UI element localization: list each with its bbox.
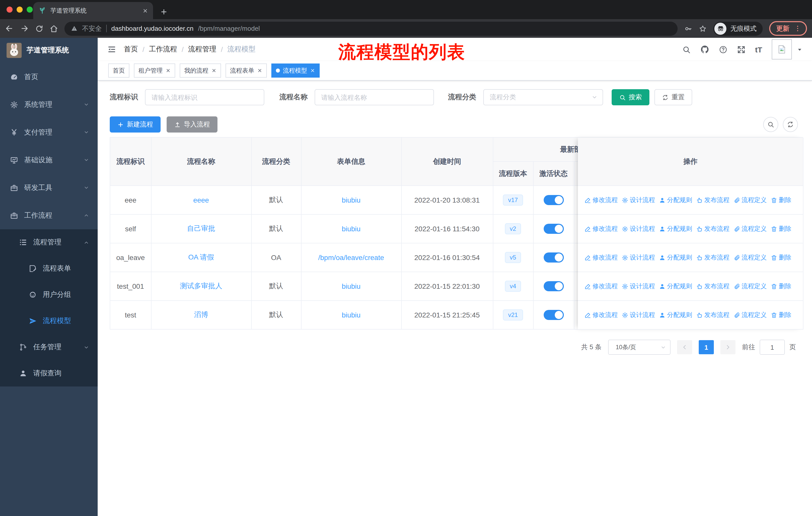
cell-form-info-link[interactable]: biubiu bbox=[342, 282, 361, 290]
action-definition-link[interactable]: 流程定义 bbox=[733, 311, 767, 319]
bookmark-star-icon[interactable] bbox=[699, 24, 707, 32]
activation-toggle[interactable] bbox=[544, 252, 563, 263]
create-process-button[interactable]: 新建流程 bbox=[110, 116, 161, 133]
sidebar-fold-icon[interactable] bbox=[107, 45, 116, 54]
reload-button[interactable] bbox=[35, 24, 43, 32]
category-select[interactable]: 流程分类 bbox=[483, 89, 603, 105]
password-key-icon[interactable] bbox=[684, 24, 692, 32]
sidebar-item[interactable]: 用户分组 bbox=[0, 282, 98, 308]
browser-menu-icon[interactable] bbox=[794, 25, 802, 32]
action-edit-link[interactable]: 修改流程 bbox=[584, 253, 618, 262]
cell-process-name-link[interactable]: eeee bbox=[193, 196, 209, 204]
process-name-input[interactable] bbox=[315, 89, 434, 105]
show-search-button[interactable] bbox=[763, 117, 778, 132]
refresh-table-button[interactable] bbox=[783, 117, 798, 132]
tag-active[interactable]: 流程模型 bbox=[271, 63, 320, 78]
cell-form-info-link[interactable]: biubiu bbox=[342, 196, 361, 204]
page-number-button[interactable]: 1 bbox=[699, 340, 714, 354]
process-id-input[interactable] bbox=[145, 89, 264, 105]
action-delete-link[interactable]: 删除 bbox=[771, 253, 791, 262]
font-size-icon[interactable]: tT bbox=[755, 45, 762, 54]
action-design-link[interactable]: 设计流程 bbox=[622, 253, 655, 262]
action-delete-link[interactable]: 删除 bbox=[771, 224, 791, 233]
sidebar-item[interactable]: 基础设施 bbox=[0, 146, 98, 174]
action-publish-link[interactable]: 发布流程 bbox=[696, 196, 729, 204]
minimize-window-button[interactable] bbox=[17, 6, 23, 12]
forward-button[interactable] bbox=[20, 24, 29, 33]
sidebar-item[interactable]: 任务管理 bbox=[0, 334, 98, 360]
sidebar-item[interactable]: 工作流程 bbox=[0, 201, 98, 229]
action-publish-link[interactable]: 发布流程 bbox=[696, 311, 729, 319]
search-button[interactable]: 搜索 bbox=[612, 89, 649, 105]
action-delete-link[interactable]: 删除 bbox=[771, 196, 791, 204]
action-definition-link[interactable]: 流程定义 bbox=[733, 282, 767, 291]
action-assign-link[interactable]: 分配规则 bbox=[659, 253, 692, 262]
sidebar-logo[interactable]: 芋道管理系统 bbox=[0, 38, 98, 63]
sidebar-item[interactable]: 系统管理 bbox=[0, 91, 98, 118]
action-delete-link[interactable]: 删除 bbox=[771, 311, 791, 319]
action-publish-link[interactable]: 发布流程 bbox=[696, 224, 729, 233]
action-edit-link[interactable]: 修改流程 bbox=[584, 224, 618, 233]
close-icon[interactable] bbox=[310, 68, 315, 73]
search-icon[interactable] bbox=[682, 45, 691, 54]
update-button[interactable]: 更新 bbox=[769, 21, 807, 36]
tab-close-icon[interactable] bbox=[142, 8, 148, 13]
close-window-button[interactable] bbox=[6, 6, 12, 12]
action-assign-link[interactable]: 分配规则 bbox=[659, 224, 692, 233]
back-button[interactable] bbox=[5, 24, 13, 33]
home-button[interactable] bbox=[50, 24, 58, 32]
url-bar[interactable]: 不安全 dashboard.yudao.iocoder.cn /bpm/mana… bbox=[64, 21, 677, 35]
action-edit-link[interactable]: 修改流程 bbox=[584, 311, 618, 319]
cell-form-info-link[interactable]: /bpm/oa/leave/create bbox=[318, 253, 384, 262]
action-definition-link[interactable]: 流程定义 bbox=[733, 196, 767, 204]
avatar-caret-icon[interactable] bbox=[797, 47, 803, 52]
action-assign-link[interactable]: 分配规则 bbox=[659, 311, 692, 319]
action-edit-link[interactable]: 修改流程 bbox=[584, 282, 618, 291]
sidebar-item[interactable]: 请假查询 bbox=[0, 360, 98, 386]
import-process-button[interactable]: 导入流程 bbox=[167, 116, 218, 133]
tag-item[interactable]: 首页 bbox=[108, 63, 129, 78]
github-icon[interactable] bbox=[700, 45, 709, 54]
page-size-select[interactable]: 10条/页 bbox=[608, 340, 671, 355]
breadcrumb-item[interactable]: 首页 bbox=[124, 45, 138, 54]
cell-form-info-link[interactable]: biubiu bbox=[342, 225, 361, 233]
activation-toggle[interactable] bbox=[544, 195, 563, 205]
new-tab-button[interactable] bbox=[160, 8, 168, 16]
action-design-link[interactable]: 设计流程 bbox=[622, 282, 655, 291]
security-warning-icon[interactable] bbox=[71, 25, 78, 32]
action-edit-link[interactable]: 修改流程 bbox=[584, 196, 618, 204]
action-publish-link[interactable]: 发布流程 bbox=[696, 282, 729, 291]
avatar[interactable] bbox=[772, 39, 792, 59]
action-assign-link[interactable]: 分配规则 bbox=[659, 196, 692, 204]
action-definition-link[interactable]: 流程定义 bbox=[733, 253, 767, 262]
cell-process-name-link[interactable]: 滔博 bbox=[194, 310, 208, 319]
close-icon[interactable] bbox=[257, 68, 262, 73]
close-icon[interactable] bbox=[166, 68, 171, 73]
action-definition-link[interactable]: 流程定义 bbox=[733, 224, 767, 233]
breadcrumb-item[interactable]: 工作流程 bbox=[149, 45, 177, 54]
cell-process-name-link[interactable]: 测试多审批人 bbox=[180, 282, 222, 290]
activation-toggle[interactable] bbox=[544, 224, 563, 234]
activation-toggle[interactable] bbox=[544, 310, 563, 320]
action-assign-link[interactable]: 分配规则 bbox=[659, 282, 692, 291]
browser-tab[interactable]: 芋道管理系统 bbox=[33, 2, 153, 19]
zoom-window-button[interactable] bbox=[27, 6, 33, 12]
sidebar-item[interactable]: 首页 bbox=[0, 63, 98, 91]
sidebar-item[interactable]: 流程模型 bbox=[0, 308, 98, 334]
action-design-link[interactable]: 设计流程 bbox=[622, 196, 655, 204]
prev-page-button[interactable] bbox=[677, 340, 692, 354]
cell-process-name-link[interactable]: OA 请假 bbox=[188, 253, 214, 261]
cell-form-info-link[interactable]: biubiu bbox=[342, 311, 361, 319]
sidebar-item[interactable]: 研发工具 bbox=[0, 174, 98, 201]
tag-item[interactable]: 流程表单 bbox=[226, 63, 267, 78]
tag-item[interactable]: 我的流程 bbox=[180, 63, 221, 78]
action-publish-link[interactable]: 发布流程 bbox=[696, 253, 729, 262]
help-icon[interactable] bbox=[719, 45, 727, 54]
breadcrumb-item[interactable]: 流程管理 bbox=[188, 45, 216, 54]
sidebar-item[interactable]: 支付管理 bbox=[0, 118, 98, 146]
close-icon[interactable] bbox=[211, 68, 216, 73]
cell-process-name-link[interactable]: 自己审批 bbox=[187, 224, 215, 232]
sidebar-item[interactable]: 流程表单 bbox=[0, 255, 98, 282]
action-design-link[interactable]: 设计流程 bbox=[622, 311, 655, 319]
activation-toggle[interactable] bbox=[544, 281, 563, 291]
